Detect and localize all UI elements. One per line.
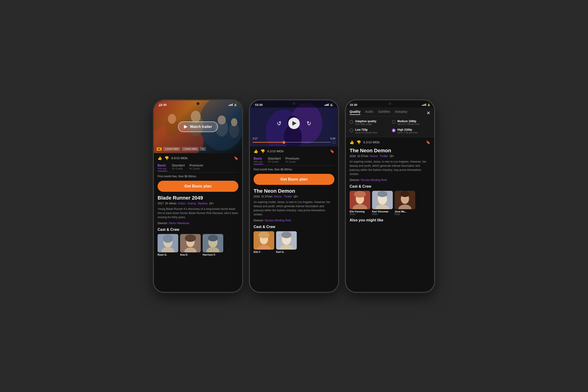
bookmark-button-2[interactable]: 🔖 [330, 149, 334, 154]
svg-point-37 [354, 191, 366, 198]
director-row-1: Director: Denis Villeneuve [158, 222, 238, 225]
tab-subtitles[interactable]: Subtitles [378, 110, 390, 115]
imdb-rating-1: 8.0/10 IMDb [171, 156, 188, 160]
quality-option-adaptive[interactable]: Adaptive quality Auto data usage [350, 120, 388, 126]
quality-adaptive-sub: Auto data usage [355, 123, 376, 126]
tab-autoplay[interactable]: Autoplay [395, 110, 407, 115]
cast-name-karl-2: Karl G. [276, 250, 297, 253]
plan-tab-basic-2[interactable]: Basic With ads. [254, 156, 263, 164]
svg-point-33 [281, 232, 292, 238]
cast-card-karl-3: Karl Glusman Dean [372, 191, 393, 216]
badge-4k: 4K [157, 148, 162, 151]
svg-point-5 [191, 111, 200, 122]
cast-card-ana: Ana D. [180, 234, 201, 256]
phone-1: 15:30 🔒 [153, 100, 243, 292]
tab-audio[interactable]: Audio [365, 110, 373, 115]
svg-point-16 [185, 234, 196, 242]
badge-dolby-atmos: ◻ DOLBY ATMOS [164, 147, 180, 151]
bookmark-button-3[interactable]: 🔖 [426, 140, 430, 144]
plan-divider-1 [158, 172, 238, 172]
rewind-button[interactable]: ↺10 [277, 120, 281, 126]
bookmark-button-1[interactable]: 🔖 [234, 156, 238, 160]
quality-adaptive-text: Adaptive quality Auto data usage [355, 120, 376, 126]
forward-button[interactable]: ↻10 [307, 120, 311, 126]
status-time-2: 15:30 [255, 103, 262, 106]
progress-time-row: 2:17 5:34 [253, 137, 335, 140]
quality-low-text: Low 720p Up to 0.3 Gb per hour [355, 128, 378, 134]
thumbup-button-1[interactable]: 👍 [158, 156, 162, 160]
quality-option-high[interactable]: High 2160p Up to 7 Gb per hour [392, 128, 430, 134]
player-controls: ↺10 ↻10 [277, 118, 311, 129]
price-text-2: First month free, then $6.99/mo. [254, 168, 334, 171]
plan-tab-premium-label-1: Premium [189, 164, 203, 167]
director-row-2: Director: Nicolas Winding Refn [254, 219, 334, 222]
cast-name-ryan: Ryan G. [158, 253, 178, 256]
play-button[interactable] [288, 118, 300, 129]
thumbdown-button-2[interactable]: 👎 [260, 149, 265, 154]
director-link-2[interactable]: Nicolas Winding Refn [265, 219, 291, 222]
plan-tab-standard-1[interactable]: Standart HD Quality [172, 164, 185, 171]
cast-name-elle-3: Elle Fanning [350, 210, 370, 213]
screens-container: 15:30 🔒 [153, 100, 435, 292]
plan-tab-premium-2[interactable]: Premium 4K Quality [285, 156, 299, 164]
movie-duration-2: 1h 57min [261, 195, 272, 198]
svg-point-9 [231, 118, 238, 126]
thumbdown-button-1[interactable]: 👎 [164, 156, 169, 160]
cast-card-elle-2: Elle F. [254, 231, 274, 253]
close-quality-button[interactable]: ✕ [424, 110, 430, 116]
progress-fill [253, 142, 284, 142]
movie-desc-2: An aspiring model, Jesse, is new to Los … [254, 200, 334, 216]
quality-high-label: High 2160p [397, 128, 418, 131]
battery-icon-2: 🔒 [330, 103, 333, 106]
signal-bars-1 [228, 104, 233, 106]
also-like-section: Also you might like [350, 218, 430, 222]
get-basic-plan-button-2[interactable]: Get Basic plan [254, 174, 334, 185]
cast-role-ruby: Ruby [394, 213, 415, 216]
cast-card-harrison: Harrison F. [202, 234, 223, 256]
badge-cc: CC [200, 147, 206, 151]
cast-card-ryan: Ryan G. [158, 234, 178, 256]
cast-name-elle-2: Elle F. [254, 250, 274, 253]
tab-quality[interactable]: Quality [350, 110, 360, 115]
plan-tab-standard-sub-1: HD Quality [172, 168, 185, 170]
fullscreen-button[interactable]: ⛶ [332, 141, 335, 144]
director-link-3[interactable]: Nicolas Winding Refn [361, 178, 387, 182]
cast-row-1: Ryan G. Ana D. [158, 234, 238, 256]
watch-trailer-label: Watch trailer [190, 125, 212, 129]
plan-tab-basic-1[interactable]: Basic With ads. [158, 164, 167, 171]
quality-option-low[interactable]: Low 720p Up to 0.3 Gb per hour [350, 128, 388, 134]
thumbdown-button-3[interactable]: 👎 [356, 140, 361, 144]
movie-age-3: 18+ [389, 154, 394, 158]
radio-low [350, 128, 353, 132]
plan-tab-standard-sub-2: HD Quality [268, 160, 281, 163]
radio-dot-high [393, 130, 394, 131]
plan-tabs-1: Basic With ads. Standart HD Quality Prem… [158, 164, 238, 171]
thumbup-button-2[interactable]: 👍 [254, 149, 258, 154]
quality-high-sub: Up to 7 Gb per hour [397, 131, 418, 134]
quality-options-grid: Adaptive quality Auto data usage Medium … [350, 120, 430, 134]
plan-tab-premium-1[interactable]: Premium 4K Quality [189, 164, 203, 171]
quality-low-label: Low 720p [355, 128, 378, 131]
quality-option-medium[interactable]: Medium 1080p Up to 0.7 Gb per hour [392, 120, 430, 126]
director-row-3: Director: Nicolas Winding Refn [350, 178, 430, 182]
genre-thriller-3: Thriller [380, 154, 388, 158]
radio-adaptive [350, 120, 353, 124]
thumbup-button-3[interactable]: 👍 [350, 140, 354, 144]
director-link-1[interactable]: Denis Villeneuve [169, 222, 189, 225]
cast-name-karl-3: Karl Glusman [372, 210, 393, 213]
plan-divider-2 [254, 165, 334, 166]
plan-tab-standard-2[interactable]: Standart HD Quality [268, 156, 281, 164]
movie-desc-1: Young Blade Runner K's discovery of a lo… [158, 207, 238, 219]
get-basic-plan-button-1[interactable]: Get Basic plan [158, 181, 238, 192]
phone-3: 15:30 🔒 Quality [345, 100, 435, 292]
signal-bar [426, 104, 426, 106]
progress-bar-container[interactable]: ⛶ [253, 141, 335, 144]
signal-bar [327, 104, 328, 106]
cast-name-jena-3: Jena Ma... [394, 210, 415, 213]
phone-1-screen: 15:30 🔒 [154, 100, 242, 292]
imdb-rating-3: 6.2/10 IMDb [363, 140, 380, 144]
cast-name-ana: Ana D. [180, 253, 201, 256]
cast-section-2: Cast & Crew [254, 225, 334, 229]
watch-trailer-button[interactable]: Watch trailer [178, 122, 218, 132]
plan-tabs-2: Basic With ads. Standart HD Quality Prem… [254, 156, 334, 164]
